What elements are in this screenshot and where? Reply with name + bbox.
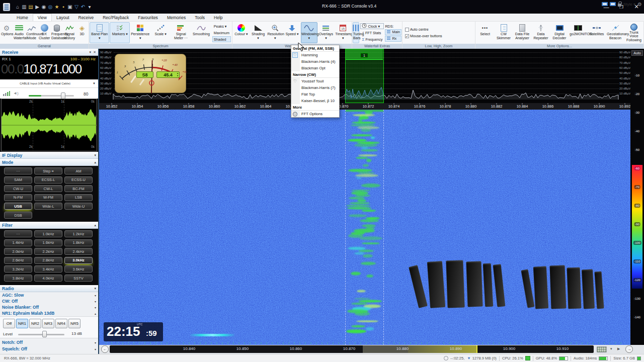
ribbon-button-audio-waterfall[interactable]: Audio Waterfall <box>13 22 25 43</box>
nav-left-button[interactable]: ← <box>101 345 109 353</box>
menu-item-youssef-touil[interactable]: ♡Youssef Touil <box>291 78 339 84</box>
ribbon-button-peaks[interactable]: Peaks ▾ <box>212 23 231 29</box>
keyboard-icon[interactable] <box>597 346 607 352</box>
ribbon-button-windowing[interactable]: Windowing ▾ <box>301 22 317 43</box>
mode-header[interactable]: Mode▴ <box>0 159 98 166</box>
speaker-icon[interactable]: ◄) <box>13 91 19 96</box>
menu-tab-favourites[interactable]: Favourites <box>133 14 163 21</box>
checkbox-auto-centre[interactable]: Auto centre <box>404 27 430 33</box>
mode-button-step[interactable]: Step ≡ <box>34 167 62 174</box>
menu-tab-view[interactable]: View <box>33 14 52 21</box>
ribbon-button-band-plan[interactable]: Band Plan ▾ <box>90 22 109 43</box>
home-icon[interactable]: ⌂ <box>15 4 21 10</box>
filter-button-2-4khz[interactable]: 2.4kHz <box>64 248 93 255</box>
ribbon-button-continuum-mode[interactable]: Continuum Mode <box>26 22 38 43</box>
tuning-region[interactable]: 1 <box>345 49 384 103</box>
ribbon-button-cw-skimmer[interactable]: CW Skimmer <box>495 22 513 43</box>
menu-item-flat-top[interactable]: Flat Top <box>291 91 339 98</box>
filter-button-2-2khz[interactable]: 2.2kHz <box>34 248 62 255</box>
audio-device-select[interactable]: CABLE Input (VB Audio Virtual Cable) ▼ <box>0 79 98 88</box>
ribbon-button-speed[interactable]: Speed ▾ <box>284 22 300 43</box>
folder-icon[interactable]: ▤ <box>28 4 34 10</box>
ribbon-button-timestamp[interactable]: 15Timestamp ▾ <box>335 22 351 43</box>
ribbon-button-scale[interactable]: Scale ▾ <box>150 22 170 43</box>
ribbon-button-shaded[interactable]: Shaded <box>212 36 231 42</box>
radio-row-squelch[interactable]: Squelch: Off▾ <box>0 346 98 352</box>
ribbon-button-maximum[interactable]: Maximum <box>212 30 231 36</box>
mode-button-wide-l[interactable]: Wide-L <box>34 203 62 210</box>
checkbox-mouse-over-buttons[interactable]: ✓Mouse-over buttons <box>404 33 444 39</box>
filter-button-3-0khz[interactable]: 3.0kHz <box>64 257 93 264</box>
filter-button-1-0khz[interactable]: 1.0kHz <box>34 230 62 237</box>
menu-item-hamming[interactable]: ♡Hamming <box>291 52 339 58</box>
ribbon-button-resolution[interactable]: Resolution ▾ <box>267 22 283 43</box>
ribbon-button-options[interactable]: ⚙Options <box>1 22 13 43</box>
level-slider-track[interactable] <box>18 334 64 335</box>
nr-button-nr4[interactable]: NR4 <box>55 319 67 328</box>
style-dropdown[interactable]: Style ▾ <box>623 2 635 7</box>
radio-row-nr1[interactable]: NR1: Ephraim Malah 13dB▴ <box>0 310 98 316</box>
mode-button-usb[interactable]: USB <box>4 203 32 210</box>
filter-button-1-6khz[interactable]: 1.6kHz <box>34 239 62 246</box>
radio-row-cw[interactable]: CW: Off▾ <box>0 298 98 304</box>
if-display-header[interactable]: IF Display▾ <box>0 152 98 159</box>
ribbon-button-trunk-voice-following[interactable]: Trunk Voice Following <box>625 22 643 43</box>
monitor-icon[interactable] <box>602 2 608 6</box>
ribbon-button-3d[interactable]: ◈3D <box>76 22 88 43</box>
chevron-down-icon[interactable]: ▾ <box>610 347 612 351</box>
radio-row-noise-blanker[interactable]: Noise Blanker: Off▾ <box>0 304 98 310</box>
nr-button-off[interactable]: Off <box>3 319 15 328</box>
ribbon-button-data-repeater[interactable]: Data Repeater <box>532 22 550 43</box>
ribbon-button-go2monitor[interactable]: go2MONITOR <box>569 22 587 43</box>
radio-row-notch[interactable]: Notch: Off▾ <box>0 339 98 345</box>
nr-button-nr1[interactable]: NR1 <box>16 319 28 328</box>
users-icon[interactable]: ▥ <box>21 4 27 10</box>
menu-item-blackman-harris-7[interactable]: Blackman-Harris (7) <box>291 84 339 91</box>
filter-button-2-6khz[interactable]: 2.6kHz <box>4 257 32 264</box>
ribbon-button-markers[interactable]: Markers ▾ <box>110 22 129 43</box>
ribbon-button-signal-history[interactable]: Signal History <box>63 22 75 43</box>
app-logo-icon[interactable] <box>3 3 10 11</box>
menu-item-fft-options[interactable]: ⚙FFT Options <box>291 111 339 117</box>
ribbon-button-rds-main[interactable]: Main <box>385 29 401 35</box>
nr-button-nr2[interactable]: NR2 <box>29 319 41 328</box>
nr-button-nr3[interactable]: NR3 <box>42 319 54 328</box>
lock-icon[interactable] <box>618 4 621 7</box>
favourite-icon[interactable]: ★ <box>54 4 60 10</box>
frequency-readout[interactable]: 00.010.871.000 <box>1 61 82 77</box>
nav-ruler[interactable]: 10.84010.85010.86010.87010.88010.89010.9… <box>110 345 594 353</box>
play-icon[interactable]: ▶ <box>617 347 620 351</box>
mode-button-sam[interactable]: SAM <box>4 176 32 184</box>
radio-row-agc[interactable]: AGC: Slow▾ <box>0 292 98 298</box>
lock-icon[interactable]: ▪ <box>60 4 66 10</box>
close-icon[interactable]: ✕ <box>93 50 96 54</box>
filter-button-1-4khz[interactable]: 1.4kHz <box>4 239 32 246</box>
ribbon-button-geostationary-beacon[interactable]: Geostationary Beacon <box>606 22 624 43</box>
spinner-arrows-icon[interactable]: ▲▼ <box>177 72 179 77</box>
filter-button-3-8khz[interactable]: 3.8kHz <box>4 275 32 282</box>
ribbon-button-colour[interactable]: Colour ▾ <box>233 22 250 43</box>
mode-button-wide-u[interactable]: Wide-U <box>64 203 93 210</box>
ribbon-button-clock[interactable]: Clock ▾ <box>360 23 384 29</box>
gear-icon[interactable]: ⚙ <box>637 2 642 7</box>
flask-icon[interactable]: ▽ <box>73 4 79 10</box>
ribbon-button-rds-rx[interactable]: Rx <box>385 36 401 42</box>
filter-button-1-8khz[interactable]: 1.8kHz <box>64 239 93 246</box>
menu-item-blackman-opt[interactable]: Blackman Opt <box>291 65 339 71</box>
filter-button-sstv[interactable]: SSTV <box>64 275 93 282</box>
ribbon-button-shading[interactable]: Shading ▾ <box>250 22 267 43</box>
ribbon-button-satellites[interactable]: Satellites <box>588 22 606 43</box>
play-icon[interactable]: ▶ <box>34 4 40 10</box>
colour-gradient-bar[interactable] <box>632 165 642 289</box>
level-slider-thumb[interactable] <box>42 331 47 337</box>
mode-button-cw-l[interactable]: CW-L <box>34 185 62 192</box>
ribbon-button-digital-decoder[interactable]: Digital Decoder <box>550 22 569 43</box>
ribbon-button-smoothing[interactable]: Smoothing <box>191 22 211 43</box>
more-icon[interactable]: ▾ <box>87 4 93 10</box>
filter-button-4-0khz[interactable]: 4.0kHz <box>34 275 62 282</box>
mode-button-am[interactable]: AM <box>64 167 93 174</box>
menu-tab-rec-playback[interactable]: Rec/Playback <box>98 14 133 21</box>
menu-tab-help[interactable]: Help <box>209 14 227 21</box>
filter-button-3-6khz[interactable]: 3.6kHz <box>64 265 93 273</box>
ribbon-button-dx-cluster[interactable]: DX Cluster <box>38 22 50 43</box>
